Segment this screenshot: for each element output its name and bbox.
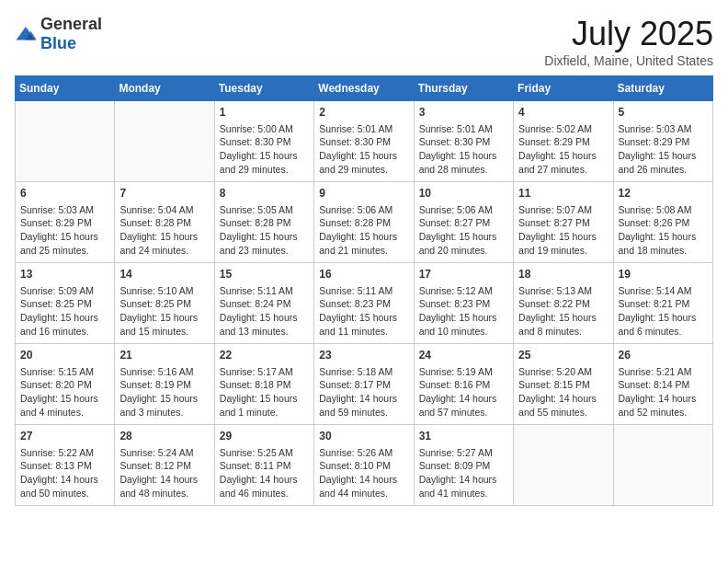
day-number: 28 <box>119 429 209 444</box>
day-number: 15 <box>220 267 309 282</box>
day-number: 30 <box>319 429 408 444</box>
calendar-cell: 28Sunrise: 5:24 AM Sunset: 8:12 PM Dayli… <box>115 425 214 506</box>
day-info: Sunrise: 5:05 AM Sunset: 8:28 PM Dayligh… <box>220 203 309 258</box>
day-number: 8 <box>220 186 309 201</box>
calendar-table: SundayMondayTuesdayWednesdayThursdayFrid… <box>15 75 713 506</box>
calendar-header: SundayMondayTuesdayWednesdayThursdayFrid… <box>16 76 713 101</box>
calendar-cell: 16Sunrise: 5:11 AM Sunset: 8:23 PM Dayli… <box>314 263 414 344</box>
day-info: Sunrise: 5:07 AM Sunset: 8:27 PM Dayligh… <box>518 203 608 258</box>
day-info: Sunrise: 5:24 AM Sunset: 8:12 PM Dayligh… <box>119 446 209 500</box>
day-info: Sunrise: 5:03 AM Sunset: 8:29 PM Dayligh… <box>619 122 708 177</box>
weekday-header-tuesday: Tuesday <box>214 76 313 101</box>
calendar-cell: 1Sunrise: 5:00 AM Sunset: 8:30 PM Daylig… <box>214 101 313 182</box>
day-number: 26 <box>619 348 708 363</box>
calendar-cell: 14Sunrise: 5:10 AM Sunset: 8:25 PM Dayli… <box>115 263 214 344</box>
day-number: 11 <box>518 186 608 201</box>
day-info: Sunrise: 5:12 AM Sunset: 8:23 PM Dayligh… <box>419 284 508 339</box>
calendar-cell: 4Sunrise: 5:02 AM Sunset: 8:29 PM Daylig… <box>514 101 613 182</box>
weekday-header-friday: Friday <box>514 76 613 101</box>
calendar-cell: 26Sunrise: 5:21 AM Sunset: 8:14 PM Dayli… <box>613 344 712 425</box>
calendar-cell: 20Sunrise: 5:15 AM Sunset: 8:20 PM Dayli… <box>16 344 115 425</box>
day-number: 5 <box>619 105 708 121</box>
weekday-header-monday: Monday <box>115 76 214 101</box>
calendar-cell: 3Sunrise: 5:01 AM Sunset: 8:30 PM Daylig… <box>414 101 513 182</box>
day-number: 14 <box>119 267 209 282</box>
day-info: Sunrise: 5:06 AM Sunset: 8:27 PM Dayligh… <box>419 203 508 258</box>
day-number: 23 <box>319 348 408 363</box>
day-info: Sunrise: 5:13 AM Sunset: 8:22 PM Dayligh… <box>518 284 608 339</box>
calendar-cell: 25Sunrise: 5:20 AM Sunset: 8:15 PM Dayli… <box>514 344 613 425</box>
weekday-header-saturday: Saturday <box>613 76 712 101</box>
day-number: 31 <box>419 429 508 444</box>
day-info: Sunrise: 5:25 AM Sunset: 8:11 PM Dayligh… <box>220 446 309 500</box>
day-number: 21 <box>119 348 209 363</box>
day-info: Sunrise: 5:01 AM Sunset: 8:30 PM Dayligh… <box>319 122 408 177</box>
day-info: Sunrise: 5:08 AM Sunset: 8:26 PM Dayligh… <box>619 203 708 258</box>
calendar-cell: 9Sunrise: 5:06 AM Sunset: 8:28 PM Daylig… <box>314 182 414 263</box>
day-info: Sunrise: 5:14 AM Sunset: 8:21 PM Dayligh… <box>619 284 708 339</box>
calendar-cell <box>115 101 214 182</box>
day-info: Sunrise: 5:15 AM Sunset: 8:20 PM Dayligh… <box>20 365 109 419</box>
day-number: 27 <box>20 429 109 444</box>
month-title: July 2025 <box>544 15 713 53</box>
calendar-cell: 31Sunrise: 5:27 AM Sunset: 8:09 PM Dayli… <box>414 425 513 506</box>
calendar-cell: 6Sunrise: 5:03 AM Sunset: 8:29 PM Daylig… <box>16 182 115 263</box>
title-area: July 2025 Dixfield, Maine, United States <box>544 15 713 68</box>
calendar-cell: 21Sunrise: 5:16 AM Sunset: 8:19 PM Dayli… <box>115 344 214 425</box>
location-title: Dixfield, Maine, United States <box>544 53 713 68</box>
calendar-cell <box>613 425 712 506</box>
day-info: Sunrise: 5:17 AM Sunset: 8:18 PM Dayligh… <box>220 365 309 419</box>
day-info: Sunrise: 5:19 AM Sunset: 8:16 PM Dayligh… <box>419 365 508 419</box>
day-info: Sunrise: 5:21 AM Sunset: 8:14 PM Dayligh… <box>619 365 708 419</box>
calendar-cell: 27Sunrise: 5:22 AM Sunset: 8:13 PM Dayli… <box>16 425 115 506</box>
day-info: Sunrise: 5:18 AM Sunset: 8:17 PM Dayligh… <box>319 365 408 419</box>
day-info: Sunrise: 5:26 AM Sunset: 8:10 PM Dayligh… <box>319 446 408 500</box>
day-number: 18 <box>518 267 608 282</box>
logo-general: General <box>40 15 102 33</box>
day-info: Sunrise: 5:11 AM Sunset: 8:24 PM Dayligh… <box>220 284 309 339</box>
day-number: 12 <box>619 186 708 201</box>
day-number: 13 <box>20 267 109 282</box>
day-info: Sunrise: 5:06 AM Sunset: 8:28 PM Dayligh… <box>319 203 408 258</box>
day-info: Sunrise: 5:10 AM Sunset: 8:25 PM Dayligh… <box>119 284 209 339</box>
day-info: Sunrise: 5:02 AM Sunset: 8:29 PM Dayligh… <box>518 122 608 177</box>
weekday-header-sunday: Sunday <box>16 76 115 101</box>
calendar-cell: 5Sunrise: 5:03 AM Sunset: 8:29 PM Daylig… <box>613 101 712 182</box>
calendar-cell: 12Sunrise: 5:08 AM Sunset: 8:26 PM Dayli… <box>613 182 712 263</box>
day-info: Sunrise: 5:09 AM Sunset: 8:25 PM Dayligh… <box>20 284 109 339</box>
day-number: 6 <box>20 186 109 201</box>
calendar-cell: 23Sunrise: 5:18 AM Sunset: 8:17 PM Dayli… <box>314 344 414 425</box>
day-number: 3 <box>419 105 508 121</box>
calendar-cell: 11Sunrise: 5:07 AM Sunset: 8:27 PM Dayli… <box>514 182 613 263</box>
day-number: 17 <box>419 267 508 282</box>
day-number: 9 <box>319 186 408 201</box>
weekday-header-wednesday: Wednesday <box>314 76 414 101</box>
day-number: 22 <box>220 348 309 363</box>
calendar-cell: 30Sunrise: 5:26 AM Sunset: 8:10 PM Dayli… <box>314 425 414 506</box>
day-info: Sunrise: 5:22 AM Sunset: 8:13 PM Dayligh… <box>20 446 109 500</box>
calendar-cell: 18Sunrise: 5:13 AM Sunset: 8:22 PM Dayli… <box>514 263 613 344</box>
weekday-header-thursday: Thursday <box>414 76 513 101</box>
day-number: 19 <box>619 267 708 282</box>
logo-icon <box>15 25 37 43</box>
day-number: 1 <box>220 105 309 121</box>
day-info: Sunrise: 5:04 AM Sunset: 8:28 PM Dayligh… <box>119 203 209 258</box>
day-number: 25 <box>518 348 608 363</box>
day-number: 24 <box>419 348 508 363</box>
calendar-cell: 2Sunrise: 5:01 AM Sunset: 8:30 PM Daylig… <box>314 101 414 182</box>
calendar-cell: 15Sunrise: 5:11 AM Sunset: 8:24 PM Dayli… <box>214 263 313 344</box>
day-number: 2 <box>319 105 408 121</box>
logo: General Blue <box>15 15 102 53</box>
calendar-cell: 7Sunrise: 5:04 AM Sunset: 8:28 PM Daylig… <box>115 182 214 263</box>
calendar-cell <box>514 425 613 506</box>
day-number: 10 <box>419 186 508 201</box>
day-info: Sunrise: 5:11 AM Sunset: 8:23 PM Dayligh… <box>319 284 408 339</box>
calendar-cell: 29Sunrise: 5:25 AM Sunset: 8:11 PM Dayli… <box>214 425 313 506</box>
day-info: Sunrise: 5:27 AM Sunset: 8:09 PM Dayligh… <box>419 446 508 500</box>
day-number: 4 <box>518 105 608 121</box>
day-info: Sunrise: 5:00 AM Sunset: 8:30 PM Dayligh… <box>220 122 309 177</box>
calendar-cell: 22Sunrise: 5:17 AM Sunset: 8:18 PM Dayli… <box>214 344 313 425</box>
calendar-cell: 24Sunrise: 5:19 AM Sunset: 8:16 PM Dayli… <box>414 344 513 425</box>
calendar-cell: 13Sunrise: 5:09 AM Sunset: 8:25 PM Dayli… <box>16 263 115 344</box>
calendar-cell: 19Sunrise: 5:14 AM Sunset: 8:21 PM Dayli… <box>613 263 712 344</box>
